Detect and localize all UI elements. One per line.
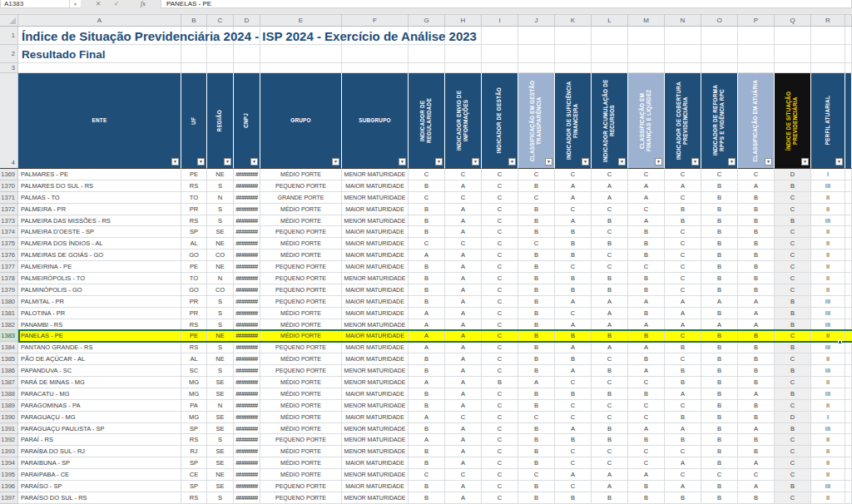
cell[interactable]: MAIOR MATURIDADE xyxy=(342,457,409,469)
row-header[interactable]: 1395 xyxy=(0,469,18,481)
filter-button[interactable]: ▼ xyxy=(197,158,205,166)
cell[interactable]: C xyxy=(482,192,518,204)
cell[interactable]: SE xyxy=(207,226,234,238)
cell[interactable]: C xyxy=(482,273,518,284)
cell[interactable]: B xyxy=(701,204,738,215)
cell[interactable]: ######## xyxy=(234,353,260,365)
cell[interactable]: A xyxy=(445,273,482,284)
cell[interactable]: B xyxy=(518,250,555,261)
filter-button[interactable]: ▼ xyxy=(728,158,736,166)
cell[interactable]: A xyxy=(628,342,665,353)
cell[interactable]: PALOTINA - PR xyxy=(18,308,181,319)
cell[interactable]: MÉDIO PORTE xyxy=(260,238,342,250)
cell[interactable]: II xyxy=(811,353,845,365)
cell[interactable]: PR xyxy=(181,204,207,215)
row-header[interactable]: 1392 xyxy=(0,434,18,446)
cell[interactable]: C xyxy=(482,296,518,308)
cell[interactable]: C xyxy=(592,400,628,412)
cell[interactable]: C xyxy=(482,412,518,423)
cell[interactable]: C xyxy=(775,192,811,204)
cell[interactable]: A xyxy=(738,319,775,331)
cell[interactable]: MÉDIO PORTE xyxy=(260,353,342,365)
cell[interactable]: B xyxy=(409,273,445,284)
column-title-D[interactable]: CNPJ▼ xyxy=(234,73,260,169)
cell[interactable]: A xyxy=(665,388,701,400)
cell[interactable]: PEQUENO PORTE xyxy=(260,492,342,504)
cell[interactable]: C xyxy=(518,192,555,204)
cell[interactable]: B xyxy=(518,446,555,457)
cell[interactable] xyxy=(207,45,234,63)
cell[interactable]: B xyxy=(518,284,555,296)
cell[interactable]: A xyxy=(592,481,628,492)
column-title-N[interactable]: INDICADOR DE COBERTURA PREVIDENCIÁRIA▼ xyxy=(665,73,701,169)
cell[interactable]: SP xyxy=(181,423,207,435)
cell[interactable]: C xyxy=(775,469,811,481)
row-header[interactable]: 1369 xyxy=(0,169,18,180)
cell[interactable]: B xyxy=(738,492,775,504)
cell[interactable]: PARÁ DE MINAS - MG xyxy=(18,377,181,388)
cell[interactable]: PARAÍSO - SP xyxy=(18,481,181,492)
cell[interactable]: MENOR MATURIDADE xyxy=(342,192,409,204)
cell[interactable]: PALMEIRA - PR xyxy=(18,204,181,215)
cell[interactable] xyxy=(845,423,852,435)
cell[interactable] xyxy=(845,45,852,63)
cell[interactable]: ######## xyxy=(234,192,260,204)
row-header[interactable]: 1396 xyxy=(0,481,18,492)
cell[interactable]: MAIOR MATURIDADE xyxy=(342,284,409,296)
cell[interactable]: B xyxy=(665,434,701,446)
cell[interactable]: C xyxy=(665,330,701,342)
cell[interactable]: B xyxy=(409,446,445,457)
cell[interactable]: PANAMBI - RS xyxy=(18,319,181,331)
column-title-H[interactable]: INDICADOR ENVIO DE INFORMAÇÕES▼ xyxy=(445,73,482,169)
cell[interactable]: PÃO DE AÇÚCAR - AL xyxy=(18,353,181,365)
cell[interactable] xyxy=(181,45,207,63)
filter-button[interactable]: ▼ xyxy=(582,158,589,166)
cell[interactable]: A xyxy=(628,215,665,227)
cell[interactable]: B xyxy=(592,284,628,296)
cell[interactable]: B xyxy=(518,457,555,469)
cell[interactable]: B xyxy=(518,204,555,215)
cell[interactable] xyxy=(482,63,518,73)
cell[interactable] xyxy=(845,469,852,481)
cell[interactable]: II xyxy=(811,492,845,504)
cell[interactable] xyxy=(845,192,852,204)
cell[interactable]: B xyxy=(409,284,445,296)
cell[interactable]: A xyxy=(445,250,482,261)
cell[interactable]: B xyxy=(775,215,811,227)
cell[interactable]: B xyxy=(518,365,555,377)
cell[interactable]: C xyxy=(555,412,592,423)
cell[interactable]: ######## xyxy=(234,457,260,469)
row-header[interactable]: 1384 xyxy=(0,342,18,353)
cell[interactable]: A xyxy=(445,353,482,365)
cell[interactable]: C xyxy=(701,169,738,180)
cell[interactable]: A xyxy=(555,180,592,192)
cell[interactable]: A xyxy=(445,215,482,227)
cell[interactable]: GO xyxy=(181,284,207,296)
cell[interactable]: C xyxy=(482,388,518,400)
cell[interactable]: MENOR MATURIDADE xyxy=(342,215,409,227)
cell[interactable]: AL xyxy=(181,238,207,250)
cell[interactable]: A xyxy=(701,296,738,308)
column-header[interactable]: E xyxy=(260,15,342,26)
column-title-F[interactable]: SUBGRUPO▼ xyxy=(342,73,409,169)
cell[interactable]: III xyxy=(811,319,845,331)
row-header[interactable]: 1380 xyxy=(0,296,18,308)
cell[interactable]: A xyxy=(738,308,775,319)
cell[interactable]: PEQUENO PORTE xyxy=(260,481,342,492)
cell[interactable]: B xyxy=(738,365,775,377)
enter-icon[interactable]: ✓ xyxy=(107,0,126,8)
cell[interactable]: A xyxy=(738,296,775,308)
column-header[interactable]: F xyxy=(342,15,409,26)
column-header[interactable]: B xyxy=(181,15,207,26)
cell[interactable]: C xyxy=(628,261,665,273)
cell[interactable]: C xyxy=(775,446,811,457)
cell[interactable]: PR xyxy=(181,308,207,319)
cell[interactable]: S xyxy=(207,492,234,504)
column-header[interactable]: G xyxy=(409,15,445,26)
cell[interactable]: MENOR MATURIDADE xyxy=(342,319,409,331)
insert-function-icon[interactable]: fx xyxy=(134,0,152,8)
cell[interactable]: MÉDIO PORTE xyxy=(260,388,342,400)
column-title-O[interactable]: INDICADOR DE REFORMA RPPS E VIGÊNCIA RPC… xyxy=(701,73,738,169)
cell[interactable]: A xyxy=(445,365,482,377)
cell[interactable]: MAIOR MATURIDADE xyxy=(342,204,409,215)
